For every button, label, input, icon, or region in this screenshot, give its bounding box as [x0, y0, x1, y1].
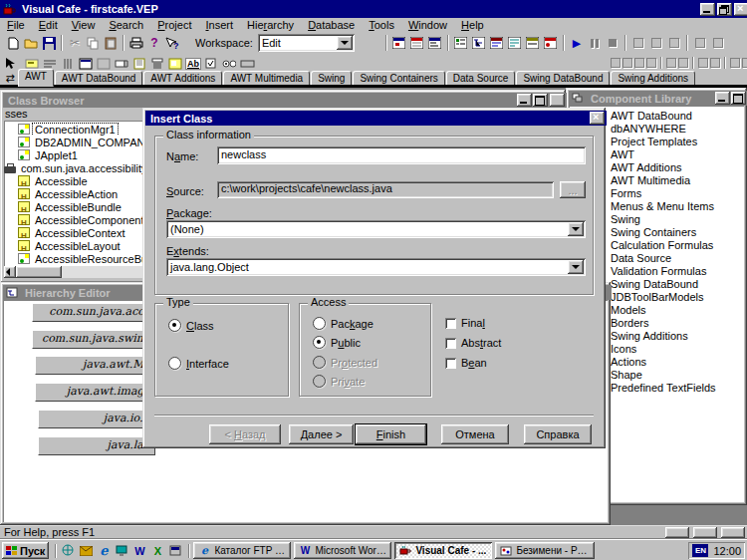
minimize-icon[interactable] [715, 92, 730, 105]
package-select[interactable]: (None) [166, 220, 586, 238]
menu-insert[interactable]: Insert [199, 18, 241, 32]
finish-button[interactable]: Finish [356, 424, 426, 444]
show-desktop-icon[interactable] [114, 543, 129, 559]
dialog-titlebar[interactable]: Insert Class × [145, 111, 607, 126]
menu-project[interactable]: Project [150, 18, 198, 32]
source-editor-button[interactable] [488, 35, 506, 52]
radio-public[interactable]: Public [313, 336, 361, 349]
canvas-component-icon[interactable] [96, 56, 112, 71]
minimize-icon[interactable] [700, 3, 715, 16]
maximize-icon[interactable] [731, 92, 746, 105]
hierarchy-node[interactable]: java.lan [38, 436, 155, 455]
watch-window-button[interactable] [524, 35, 542, 52]
app-titlebar[interactable]: Visual Cafe - firstcafe.VEP × [0, 0, 747, 18]
help-button[interactable]: ? [145, 35, 163, 52]
menu-database[interactable]: Database [301, 18, 362, 32]
workspace-select[interactable]: Edit [258, 34, 355, 52]
hierarchy-node[interactable]: java.awt.Me [35, 356, 155, 375]
space-down-icon[interactable] [709, 57, 721, 70]
chevron-down-icon[interactable] [568, 260, 584, 274]
list-component-icon[interactable] [131, 56, 147, 71]
back-button[interactable]: < Назад [209, 424, 281, 444]
align-bottom-icon[interactable] [645, 57, 657, 70]
hierarchy-node[interactable]: java.awt.image [35, 383, 155, 402]
checkbox-component-icon[interactable] [203, 56, 219, 71]
help-button[interactable]: Справка [524, 424, 592, 444]
messages-window-button[interactable] [506, 35, 524, 52]
task-word[interactable]: W Microsoft Word -... [294, 542, 391, 559]
name-input[interactable]: newclass [217, 146, 586, 164]
project-window-button[interactable] [426, 35, 444, 52]
task-paint[interactable]: Безимени - Paint [495, 542, 595, 559]
minimize-icon[interactable] [517, 94, 532, 107]
next-button[interactable]: Далее > [289, 424, 354, 444]
align-right-icon[interactable] [622, 57, 633, 70]
run-to-cursor-button[interactable] [691, 35, 709, 52]
interaction-tool-button[interactable]: ⇄ [2, 72, 18, 86]
menu-view[interactable]: View [65, 18, 103, 32]
pause-button[interactable] [586, 35, 604, 52]
radio-class[interactable]: Class [168, 319, 214, 332]
step-over-button[interactable] [647, 35, 665, 52]
choice-component-icon[interactable] [114, 56, 129, 71]
chevron-down-icon[interactable] [568, 222, 584, 236]
checkbox-bean[interactable]: Bean [445, 357, 487, 369]
tab-awt[interactable]: AWT [18, 69, 54, 87]
cut-button[interactable]: ✂ [66, 35, 84, 52]
textfield-component-icon[interactable]: Ab [185, 56, 201, 71]
align-left-icon[interactable] [610, 57, 622, 70]
menu-window[interactable]: Window [401, 18, 454, 32]
task-ftp[interactable]: e Каталог FTP /p... [193, 542, 291, 559]
restore-icon[interactable] [717, 3, 732, 16]
menu-hierarchy[interactable]: Hierarchy [240, 18, 301, 32]
center-vertical-icon[interactable] [677, 57, 689, 70]
center-horizontal-icon[interactable] [665, 57, 677, 70]
word-icon[interactable]: W [131, 543, 147, 559]
print-button[interactable] [127, 35, 145, 52]
paste-button[interactable] [102, 35, 120, 52]
radio-component-icon[interactable] [221, 56, 237, 71]
stop-button[interactable] [604, 35, 622, 52]
run-button[interactable]: ▶ [568, 35, 586, 52]
menu-search[interactable]: Search [102, 18, 150, 32]
radio-interface[interactable]: Interface [168, 357, 229, 370]
excel-icon[interactable]: X [149, 543, 165, 559]
radio-package[interactable]: Package [313, 317, 374, 330]
language-indicator[interactable]: EN [692, 544, 708, 557]
browse-button[interactable]: ... [560, 181, 586, 198]
close-icon[interactable]: × [590, 112, 605, 125]
form-designer-button[interactable] [390, 35, 408, 52]
maximize-icon[interactable] [533, 94, 548, 107]
property-list-button[interactable] [408, 35, 426, 52]
radio-private[interactable]: Private [313, 375, 365, 388]
save-button[interactable] [40, 35, 58, 52]
close-icon[interactable]: × [550, 94, 565, 107]
clock[interactable]: 12:00 [713, 545, 741, 557]
class-browser-titlebar[interactable]: Class Browser × [3, 93, 567, 108]
selection-tool-button[interactable] [2, 55, 18, 71]
scrollbar-thumb[interactable] [16, 266, 62, 278]
open-button[interactable] [22, 35, 40, 52]
start-button[interactable]: Пуск [2, 542, 49, 559]
align-top-icon[interactable] [633, 57, 645, 70]
menu-component-icon[interactable] [149, 56, 165, 71]
new-button[interactable] [4, 35, 22, 52]
close-icon[interactable]: × [734, 3, 747, 16]
extends-select[interactable]: java.lang.Object [166, 258, 586, 276]
toggle-breakpoint-button[interactable] [709, 35, 727, 52]
component-library-titlebar[interactable]: Component Library [569, 91, 747, 106]
internet-icon[interactable] [60, 543, 76, 559]
vscrollbar-component-icon[interactable] [60, 56, 76, 71]
same-height-icon[interactable] [741, 57, 747, 70]
internet-explorer-icon[interactable]: e [96, 543, 112, 559]
radio-protected[interactable]: Protected [313, 356, 377, 369]
cancel-button[interactable]: Отмена [441, 424, 509, 444]
checkbox-final[interactable]: Final [445, 317, 485, 329]
copy-button[interactable] [84, 35, 102, 52]
button-component-icon[interactable] [239, 56, 255, 71]
channels-icon[interactable] [167, 543, 183, 559]
task-visual-cafe[interactable]: Visual Cafe - ... [394, 542, 492, 559]
scroll-left-icon[interactable] [4, 266, 16, 278]
breakpoints-window-button[interactable] [542, 35, 560, 52]
menu-tools[interactable]: Tools [362, 18, 401, 32]
